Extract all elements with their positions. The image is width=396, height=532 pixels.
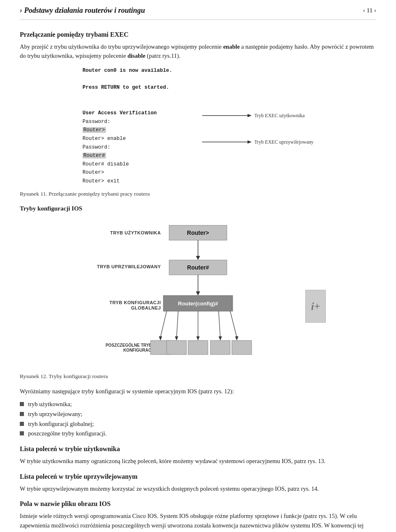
body-text-part3: (patrz rys.11).	[145, 52, 180, 59]
section-priv-commands: Lista poleceń w trybie uprzywilejowanym …	[20, 472, 376, 493]
svg-marker-23	[175, 336, 178, 340]
console-line-10: Router>	[82, 168, 190, 177]
console-line-blank3	[82, 100, 190, 109]
section-priv-body: W trybie uprzywilejowanym możemy korzyst…	[20, 484, 376, 493]
svg-marker-3	[248, 140, 252, 144]
list-item-text-3: tryb konfiguracji globalnej;	[28, 420, 94, 429]
list-item-4: poszczególne tryby konfiguracji.	[20, 429, 376, 438]
figure11-caption: Rysunek 11. Przełączanie pomiędzy trybam…	[20, 190, 376, 198]
body-text-part1: Aby przejść z trybu użytkownika do trybu…	[20, 43, 223, 50]
disable-keyword: disable	[127, 52, 146, 59]
body-modes-text: Wyróżniamy następujące tryby konfiguracj…	[20, 387, 376, 396]
list-item-text-2: tryb uprzywilejowany;	[28, 410, 82, 419]
console-highlight-user: Router>	[82, 127, 106, 133]
section-user-heading: Lista poleceń w trybie użytkownika	[20, 444, 376, 454]
list-item-text-4: poszczególne tryby konfiguracji.	[28, 429, 106, 438]
figure12-prefix: Rysunek 12.	[20, 373, 47, 379]
console-line-2: Press RETURN to get started.	[82, 83, 190, 92]
arrow-line-svg2	[202, 139, 252, 145]
modes-list: tryb użytkownika; tryb uprzywilejowany; …	[20, 400, 376, 438]
svg-text:KONFIGURACJI: KONFIGURACJI	[123, 348, 155, 352]
figure11-text: Rysunek 11. Przełączanie pomiędzy trybam…	[20, 190, 376, 198]
header-nav: ‹ 11 ›	[363, 6, 376, 15]
section-heading-exec: Przełączanie pomiędzy trybami EXEC	[20, 30, 376, 40]
svg-text:TRYB UPRZYWILEJOWANY: TRYB UPRZYWILEJOWANY	[97, 264, 161, 269]
svg-marker-21	[159, 336, 162, 340]
console-line-5: Router>	[82, 126, 190, 135]
figure12-text: Rysunek 12. Tryby konfiguracji routera	[20, 372, 376, 381]
bullet-icon-3	[20, 422, 24, 426]
console-highlight-priv: Router#	[82, 153, 106, 158]
list-item-text-1: tryb użytkownika;	[28, 400, 72, 409]
svg-text:Router#: Router#	[187, 264, 209, 271]
console-line-11: Router> exit	[82, 177, 190, 186]
section-user-commands: Lista poleceń w trybie użytkownika W try…	[20, 444, 376, 466]
svg-text:GLOBALNEJ: GLOBALNEJ	[131, 305, 161, 310]
figure12-desc: Tryby konfiguracji routera	[49, 373, 108, 379]
console-line-4: Password:	[82, 118, 190, 126]
arrow-priv-label: Tryb EXEC uprzywilejowany	[254, 138, 314, 146]
console-line-6: Router> enable	[82, 135, 190, 143]
svg-line-20	[160, 311, 167, 337]
page-header: › Podstawy działania routerów i routingu…	[20, 0, 376, 20]
arrow-user-exec: Tryb EXEC użytkownika	[202, 112, 314, 119]
section-priv-heading: Lista poleceń w trybie uprzywilejowanym	[20, 472, 376, 482]
svg-text:TRYB KONFIGURACJI: TRYB KONFIGURACJI	[109, 300, 161, 305]
bullet-icon-1	[20, 402, 24, 406]
list-item-2: tryb uprzywilejowany;	[20, 410, 376, 419]
ios-diagram-container: TRYB UŻYTKOWNIKA TRYB UPRZYWILEJOWANY TR…	[74, 215, 322, 368]
console-line-8: Router#	[82, 151, 190, 160]
console-line-blank1	[82, 75, 190, 84]
figure12-caption: Rysunek 12. Tryby konfiguracji routera	[20, 372, 376, 381]
svg-marker-17	[196, 291, 200, 296]
console-line-1: Router con0 is now available.	[82, 66, 190, 75]
arrow-line-svg1	[202, 112, 252, 119]
section-ios-filename: Pola w nazwie pliku obrazu IOS Istnieje …	[20, 499, 376, 532]
svg-rect-34	[232, 340, 252, 355]
figure11-desc: Przełączanie pomiędzy trybami pracy rout…	[49, 191, 150, 197]
ios-modes-heading: Tryby konfiguracji IOS	[20, 204, 376, 213]
svg-line-28	[230, 311, 237, 337]
header-title: › Podstawy działania routerów i routingu	[20, 5, 145, 16]
section-ios-heading: Pola w nazwie pliku obrazu IOS	[20, 499, 376, 509]
svg-line-26	[219, 311, 220, 337]
bullet-icon-4	[20, 431, 24, 435]
svg-text:POSZCZEGÓLNE TRYBY: POSZCZEGÓLNE TRYBY	[106, 343, 155, 348]
section-exec-switching: Przełączanie pomiędzy trybami EXEC Aby p…	[20, 30, 376, 61]
svg-marker-29	[235, 336, 238, 340]
console-arrows: Tryb EXEC użytkownika Tryb EXEC uprzywil…	[202, 66, 314, 146]
console-line-blank2	[82, 92, 190, 101]
list-item-1: tryb użytkownika;	[20, 400, 376, 409]
svg-rect-31	[167, 340, 186, 355]
console-text: Router con0 is now available. Press RETU…	[82, 66, 190, 186]
svg-rect-32	[188, 340, 208, 355]
badge-text: i+	[311, 298, 320, 314]
svg-marker-1	[248, 114, 252, 117]
svg-text:Router>: Router>	[187, 229, 209, 236]
list-item-3: tryb konfiguracji globalnej;	[20, 420, 376, 429]
arrow-priv-exec: Tryb EXEC uprzywilejowany	[202, 138, 314, 146]
svg-text:Router(config)#: Router(config)#	[178, 300, 219, 307]
section-body-exec: Aby przejść z trybu użytkownika do trybu…	[20, 42, 376, 61]
enable-keyword: enable	[223, 43, 240, 50]
console-diagram: Router con0 is now available. Press RETU…	[82, 66, 314, 186]
section-user-body: W trybie użytkownika mamy ograniczoną li…	[20, 456, 376, 466]
section-ios-body: Istnieje wiele różnych wersji oprogramow…	[20, 511, 376, 532]
console-line-9: Router# disable	[82, 160, 190, 169]
right-badge: i+	[305, 290, 326, 323]
figure11-prefix: Rysunek 11.	[20, 191, 47, 197]
svg-rect-33	[210, 340, 230, 355]
svg-marker-13	[196, 256, 200, 260]
ios-diagram-svg: TRYB UŻYTKOWNIKA TRYB UPRZYWILEJOWANY TR…	[82, 215, 314, 368]
svg-line-22	[177, 311, 178, 337]
console-line-3: User Access Verification	[82, 109, 190, 118]
svg-text:TRYB UŻYTKOWNIKA: TRYB UŻYTKOWNIKA	[110, 230, 161, 235]
console-line-7: Password:	[82, 143, 190, 152]
page-container: › Podstawy działania routerów i routingu…	[0, 0, 396, 532]
bullet-icon-2	[20, 412, 24, 416]
arrow-user-label: Tryb EXEC użytkownika	[254, 112, 304, 119]
svg-marker-27	[219, 336, 222, 340]
svg-marker-25	[196, 336, 200, 340]
